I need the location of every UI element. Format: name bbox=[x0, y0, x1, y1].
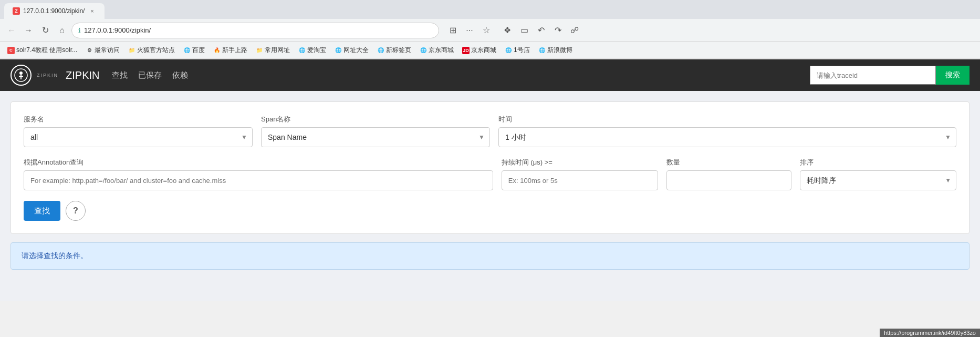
zipkin-logo-svg bbox=[14, 68, 28, 83]
annotation-group: 根据Annotation查询 bbox=[24, 158, 493, 190]
home-button[interactable]: ⌂ bbox=[55, 23, 69, 38]
back-button[interactable]: ← bbox=[4, 23, 19, 38]
bookmark-common[interactable]: 📁 常用网址 bbox=[253, 45, 293, 56]
extensions-button[interactable]: ⊞ bbox=[445, 23, 460, 38]
active-tab[interactable]: Z 127.0.0.1:9000/zipkin/ × bbox=[4, 3, 105, 19]
span-name-select[interactable]: Span Name bbox=[261, 127, 490, 147]
bookmark-favicon-newbie: 🔥 bbox=[213, 47, 221, 54]
bookmark-favicon-1hao: 🌐 bbox=[505, 47, 512, 54]
bookmark-favicon-jd1: 🌐 bbox=[420, 47, 427, 54]
find-button[interactable]: 查找 bbox=[24, 201, 60, 221]
count-label: 数量 bbox=[666, 158, 791, 167]
nav-find[interactable]: 查找 bbox=[112, 70, 128, 80]
sidebar-button[interactable]: ❖ bbox=[500, 23, 515, 38]
service-name-label: 服务名 bbox=[24, 115, 253, 124]
bookmark-label-weibo: 新浪微博 bbox=[547, 46, 572, 55]
search-panel: 服务名 all ▼ Span名称 Span Name ▼ 时 bbox=[11, 101, 969, 234]
bookmark-weibo[interactable]: 🌐 新浪微博 bbox=[535, 45, 576, 56]
bookmark-label-jd2: 京东商城 bbox=[471, 46, 496, 55]
time-select-wrapper: 1 小时 2 小时 6 小时 12 小时 1 天 ▼ bbox=[498, 127, 956, 147]
help-button[interactable]: ? bbox=[66, 201, 86, 221]
tab-favicon: Z bbox=[13, 7, 20, 15]
count-group: 数量 10 bbox=[666, 158, 791, 190]
header-nav: 查找 已保存 依赖 bbox=[112, 70, 188, 80]
bookmark-favicon-firefox: 📁 bbox=[128, 47, 135, 54]
count-input[interactable]: 10 bbox=[666, 170, 791, 190]
split-view-button[interactable]: ▭ bbox=[517, 23, 531, 38]
help-icon: ? bbox=[73, 206, 78, 216]
bookmark-label-firefox: 火狐官方站点 bbox=[137, 46, 175, 55]
menu-button[interactable]: ··· bbox=[462, 23, 477, 38]
duration-label: 持续时间 (μs) >= bbox=[502, 158, 658, 167]
bookmark-button[interactable]: ☆ bbox=[479, 23, 494, 38]
security-icon: ℹ bbox=[78, 27, 81, 34]
bookmark-label-1hao: 1号店 bbox=[514, 46, 530, 55]
bookmark-favicon-weibo: 🌐 bbox=[538, 47, 546, 54]
search-button[interactable]: 搜索 bbox=[936, 66, 969, 85]
zipkin-logo-text-box: ZIPKIN bbox=[37, 73, 58, 78]
bookmark-label-jd1: 京东商城 bbox=[429, 46, 454, 55]
bookmark-1hao[interactable]: 🌐 1号店 bbox=[502, 45, 533, 56]
form-row-1: 服务名 all ▼ Span名称 Span Name ▼ 时 bbox=[24, 115, 956, 147]
sort-select-wrapper: 耗时降序 耗时升序 时间降序 时间升序 ▼ bbox=[800, 170, 956, 190]
address-bar[interactable]: ℹ 127.0.0.1:9000/zipkin/ bbox=[71, 23, 439, 38]
bookmark-favicon-nav: 🌐 bbox=[335, 47, 342, 54]
service-name-select-wrapper: all ▼ bbox=[24, 127, 253, 147]
sort-group: 排序 耗时降序 耗时升序 时间降序 时间升序 ▼ bbox=[800, 158, 956, 190]
form-row-2: 根据Annotation查询 持续时间 (μs) >= 数量 10 排序 耗时降… bbox=[24, 158, 956, 190]
bookmark-label-baidu: 百度 bbox=[192, 46, 205, 55]
duration-group: 持续时间 (μs) >= bbox=[502, 158, 658, 190]
nav-deps[interactable]: 依赖 bbox=[172, 70, 188, 80]
nav-right-buttons: ⊞ ··· ☆ bbox=[445, 23, 494, 38]
zipkin-brand-name: ZIPKIN bbox=[66, 69, 99, 81]
browser-chrome: Z 127.0.0.1:9000/zipkin/ × ← → ↻ ⌂ ℹ 127… bbox=[0, 0, 980, 59]
bookmarks-bar: C solr7.4教程 使用solr... ⚙ 最常访问 📁 火狐官方站点 🌐 … bbox=[0, 42, 980, 59]
bookmark-favicon-baidu: 🌐 bbox=[183, 47, 191, 54]
bookmark-nav[interactable]: 🌐 网址大全 bbox=[331, 45, 372, 56]
bookmark-newbie[interactable]: 🔥 新手上路 bbox=[210, 45, 251, 56]
header-search: 搜索 bbox=[810, 66, 969, 85]
service-name-group: 服务名 all ▼ bbox=[24, 115, 253, 147]
bookmark-frequent[interactable]: ⚙ 最常访问 bbox=[82, 45, 123, 56]
bookmark-jd2[interactable]: JD 京东商城 bbox=[459, 45, 499, 56]
time-select[interactable]: 1 小时 2 小时 6 小时 12 小时 1 天 bbox=[498, 127, 956, 147]
bookmark-jd1[interactable]: 🌐 京东商城 bbox=[416, 45, 457, 56]
main-content: 服务名 all ▼ Span名称 Span Name ▼ 时 bbox=[0, 91, 980, 301]
history-fwd-button[interactable]: ↷ bbox=[550, 23, 565, 38]
sort-label: 排序 bbox=[800, 158, 956, 167]
info-box: 请选择查找的条件。 bbox=[11, 242, 969, 270]
span-name-group: Span名称 Span Name ▼ bbox=[261, 115, 490, 147]
service-name-select[interactable]: all bbox=[24, 127, 253, 147]
bookmark-label-taobao: 爱淘宝 bbox=[307, 46, 326, 55]
annotation-label: 根据Annotation查询 bbox=[24, 158, 493, 167]
bookmark-label-frequent: 最常访问 bbox=[95, 46, 120, 55]
bookmark-firefox[interactable]: 📁 火狐官方站点 bbox=[125, 45, 178, 56]
traceid-input[interactable] bbox=[810, 66, 936, 85]
nav-bar: ← → ↻ ⌂ ℹ 127.0.0.1:9000/zipkin/ ⊞ ··· ☆… bbox=[0, 19, 980, 42]
nav-saved[interactable]: 已保存 bbox=[138, 70, 162, 80]
bookmark-label-newbie: 新手上路 bbox=[222, 46, 247, 55]
bookmark-favicon-jd2: JD bbox=[462, 47, 470, 54]
bookmark-newtab[interactable]: 🌐 新标签页 bbox=[374, 45, 414, 56]
zipkin-logo-icon bbox=[11, 65, 32, 86]
mobile-button[interactable]: ☍ bbox=[567, 23, 582, 38]
bookmark-taobao[interactable]: 🌐 爱淘宝 bbox=[295, 45, 329, 56]
sort-select[interactable]: 耗时降序 耗时升序 时间降序 时间升序 bbox=[800, 170, 956, 190]
bookmark-label-nav: 网址大全 bbox=[343, 46, 369, 55]
tab-close-button[interactable]: × bbox=[88, 7, 96, 15]
bookmark-favicon-common: 📁 bbox=[256, 47, 263, 54]
zipkin-logo-small-text: ZIPKIN bbox=[37, 73, 58, 78]
url-text: 127.0.0.1:9000/zipkin/ bbox=[84, 26, 151, 34]
bookmark-label-newtab: 新标签页 bbox=[386, 46, 411, 55]
history-back-button[interactable]: ↶ bbox=[534, 23, 548, 38]
button-row: 查找 ? bbox=[24, 201, 956, 221]
forward-button[interactable]: → bbox=[21, 23, 36, 38]
duration-input[interactable] bbox=[502, 170, 658, 190]
bookmark-baidu[interactable]: 🌐 百度 bbox=[180, 45, 208, 56]
svg-point-1 bbox=[19, 72, 23, 75]
bookmark-solr[interactable]: C solr7.4教程 使用solr... bbox=[4, 45, 80, 56]
reload-button[interactable]: ↻ bbox=[38, 23, 53, 38]
bookmark-favicon-taobao: 🌐 bbox=[298, 47, 306, 54]
bookmark-favicon-newtab: 🌐 bbox=[377, 47, 384, 54]
annotation-input[interactable] bbox=[24, 170, 493, 190]
